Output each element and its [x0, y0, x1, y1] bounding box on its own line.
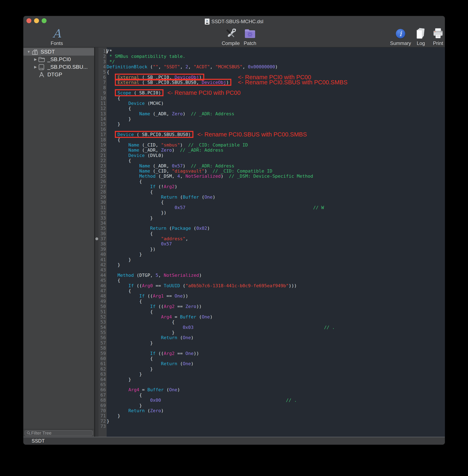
- code-line[interactable]: {: [107, 179, 445, 184]
- code-line[interactable]: {: [107, 137, 445, 142]
- code-line[interactable]: "address",: [107, 236, 445, 241]
- code-line[interactable]: {: [107, 288, 445, 293]
- code-line[interactable]: [107, 85, 445, 90]
- code-line[interactable]: [107, 424, 445, 429]
- code-line[interactable]: {: [107, 189, 445, 194]
- code-line[interactable]: DefinitionBlock ("", "SSDT", 2, "ACDT", …: [107, 64, 445, 69]
- code-line[interactable]: External (_SB_.PCI0.SBUS.BUS0, DeviceObj…: [107, 80, 445, 85]
- code-line[interactable]: Device (_SB.PCI0.SBUS.BUS0)<- Rename PCI…: [107, 132, 445, 137]
- code-line[interactable]: }): [107, 210, 445, 215]
- gutter-marker-cell: [95, 205, 98, 210]
- code-line[interactable]: }: [107, 116, 445, 121]
- close-button[interactable]: [27, 18, 31, 23]
- disclosure-right-icon[interactable]: ▶: [33, 57, 38, 61]
- fonts-button[interactable]: A Fonts: [43, 27, 71, 46]
- code-line[interactable]: }: [107, 377, 445, 382]
- code-line[interactable]: If ((Arg2 == Zero)): [107, 304, 445, 309]
- code-token: ): [180, 142, 188, 148]
- code-line[interactable]: {: [107, 319, 445, 325]
- code-line[interactable]: }: [107, 413, 445, 418]
- code-line[interactable]: }: [107, 252, 445, 257]
- code-line[interactable]: {: [107, 106, 445, 111]
- code-line[interactable]: }: [107, 403, 445, 408]
- code-line[interactable]: }): [107, 247, 445, 252]
- code-token: ,: [158, 273, 164, 278]
- sidebar-item-sb-pci0-sbu[interactable]: ▶_SB.PCI0.SBU...: [23, 63, 94, 71]
- code-line[interactable]: Return (Package (0x02): [107, 226, 445, 231]
- code-line[interactable]: Scope (_SB.PCI0)<- Rename PCI0 with PC00: [107, 90, 445, 95]
- filter-tree-input[interactable]: [31, 430, 91, 436]
- minimize-button[interactable]: [34, 18, 39, 23]
- zoom-button[interactable]: [42, 18, 46, 23]
- code-line[interactable]: }: [107, 330, 445, 335]
- code-line[interactable]: 0x57: [107, 241, 445, 246]
- code-line[interactable]: If (!Arg2): [107, 184, 445, 189]
- code-line[interactable]: Name (_CID, "diagsvault") // _CID: Compa…: [107, 168, 445, 174]
- code-token: ): [183, 111, 191, 116]
- code-token: (: [199, 194, 205, 200]
- code-line[interactable]: Return (Zero): [107, 408, 445, 413]
- code-line[interactable]: {: [107, 392, 445, 398]
- code-line[interactable]: If ((Arg1 == One)): [107, 293, 445, 298]
- print-button[interactable]: Print: [424, 27, 445, 46]
- code-line[interactable]: {: [107, 231, 445, 236]
- code-line[interactable]: /*: [107, 49, 445, 54]
- code-line[interactable]: }: [107, 215, 445, 221]
- code-line[interactable]: If ((Arg2 == One)): [107, 351, 445, 356]
- code-line[interactable]: }: [107, 372, 445, 377]
- code-line[interactable]: Device (DVL0): [107, 153, 445, 158]
- disclosure-right-icon[interactable]: ▶: [33, 65, 38, 69]
- code-line[interactable]: {: [107, 356, 445, 361]
- code-line[interactable]: [107, 345, 445, 351]
- sidebar-item-ssdt[interactable]: ▼SSDT: [23, 48, 94, 56]
- code-line[interactable]: Return (Buffer (One): [107, 194, 445, 200]
- info-icon: i: [396, 29, 405, 38]
- code-line[interactable]: }: [107, 340, 445, 345]
- code-line[interactable]: Arg4 = Buffer (One): [107, 387, 445, 392]
- code-line[interactable]: {: [107, 96, 445, 101]
- code-line[interactable]: }: [107, 262, 445, 267]
- code-line[interactable]: {: [107, 299, 445, 304]
- gutter-marker-cell: [95, 179, 98, 184]
- code-line[interactable]: Name (_ADR, Zero) // _ADR: Address: [107, 148, 445, 153]
- code-line[interactable]: Return (One): [107, 335, 445, 340]
- code-token: [107, 304, 150, 309]
- code-line[interactable]: {: [107, 158, 445, 163]
- sidebar-item-dtgp[interactable]: DTGP: [23, 71, 94, 78]
- code-line[interactable]: Name (_CID, "smbus") // _CID: Compatible…: [107, 142, 445, 148]
- code-line[interactable]: }: [107, 257, 445, 262]
- code-line[interactable]: }: [107, 121, 445, 127]
- disclosure-down-icon[interactable]: ▼: [26, 50, 31, 54]
- code-token: ): [161, 408, 164, 413]
- code-line[interactable]: */: [107, 59, 445, 64]
- code-line[interactable]: Arg4 = Buffer (One): [107, 314, 445, 319]
- sidebar-item-sb-pci0[interactable]: ▶_SB.PCI0: [23, 56, 94, 63]
- code-line[interactable]: {: [107, 278, 445, 283]
- code-line[interactable]: 0x57 // W: [107, 205, 445, 210]
- code-line[interactable]: Method (DTGP, 5, NotSerialized): [107, 273, 445, 278]
- filter-field[interactable]: [25, 430, 93, 436]
- code-line[interactable]: Return (One): [107, 361, 445, 366]
- gutter-marker-cell: [95, 101, 98, 106]
- code-line[interactable]: * SMBus compatibility table.: [107, 54, 445, 59]
- code-line[interactable]: {: [107, 200, 445, 205]
- code-line[interactable]: }: [107, 418, 445, 424]
- code-line[interactable]: Name (_ADR, Zero) // _ADR: Address: [107, 111, 445, 116]
- code-line[interactable]: If ((Arg0 == ToUUID ("a0b5b7c6-1318-441c…: [107, 283, 445, 288]
- home-icon: [31, 49, 40, 55]
- code-line[interactable]: Method (_DSM, 4, NotSerialized) // _DSM:…: [107, 174, 445, 179]
- code-token: (: [164, 387, 169, 392]
- code-line[interactable]: Name (_ADR, 0x57) // _ADR: Address: [107, 163, 445, 168]
- code-line[interactable]: Device (MCHC): [107, 101, 445, 106]
- patch-button[interactable]: Patch: [236, 27, 264, 46]
- code-line[interactable]: }: [107, 366, 445, 372]
- code-line[interactable]: [107, 267, 445, 272]
- code-area[interactable]: /* * SMBus compatibility table. */Defini…: [107, 47, 445, 437]
- code-line[interactable]: [107, 382, 445, 387]
- code-line[interactable]: {: [107, 309, 445, 314]
- title-bar[interactable]: SSDT-SBUS-MCHC.dsl: [23, 16, 445, 27]
- code-token: If: [128, 283, 134, 288]
- code-line[interactable]: 0x03 // .: [107, 325, 445, 330]
- code-line[interactable]: 0x00 // .: [107, 398, 445, 403]
- code-line[interactable]: [107, 221, 445, 226]
